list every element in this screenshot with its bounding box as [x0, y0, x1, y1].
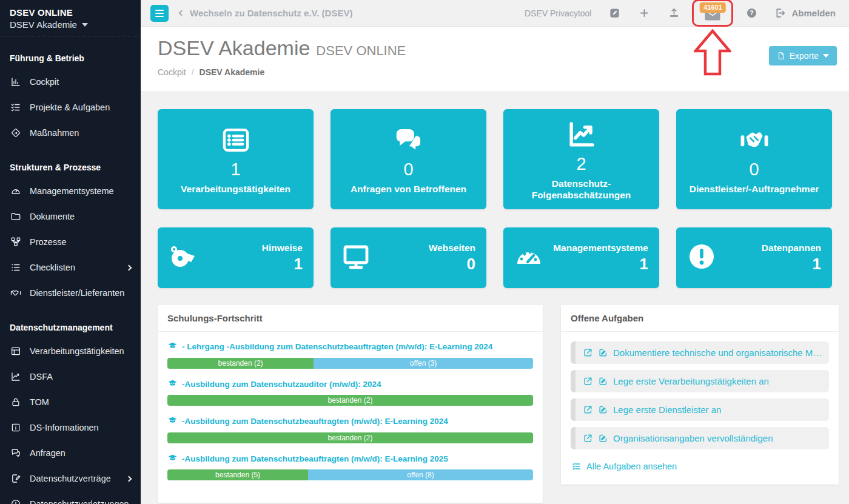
- logout-label: Abmelden: [791, 8, 836, 18]
- edit-icon[interactable]: [598, 348, 608, 358]
- sidebar-item-label: DSFA: [30, 372, 53, 381]
- edit-icon[interactable]: [598, 405, 608, 415]
- gauge-icon: [10, 186, 22, 197]
- alert-circle-icon: [10, 499, 22, 504]
- chat-icon: [10, 448, 22, 459]
- export-button[interactable]: Exporte: [769, 46, 837, 66]
- mail-notifications-button[interactable]: 41601: [697, 3, 728, 24]
- course-item: -Ausbildung zum Datenschutzauditor (m/w/…: [167, 379, 533, 406]
- course-title[interactable]: -Ausbildung zum Datenschutzbeauftragten …: [167, 416, 533, 427]
- task-row[interactable]: Dokumentiere technische und organisatori…: [571, 341, 829, 364]
- progress-bar: bestanden (2): [167, 395, 533, 406]
- card-webseiten[interactable]: Webseiten 0: [331, 227, 486, 288]
- sidebar-item-checklisten[interactable]: Checklisten: [0, 255, 141, 280]
- sidebar-item-label: Verarbeitungstätigkeiten: [30, 346, 124, 356]
- sidebar-item-managementsysteme[interactable]: Managementsysteme: [0, 178, 141, 204]
- org-switcher[interactable]: DSEV Akademie: [10, 19, 131, 30]
- card-datenpannen[interactable]: Datenpannen 1: [676, 227, 832, 288]
- card-datenschutz-folgenabschaetzungen[interactable]: 2 Datenschutz-Folgenabschätzungen: [503, 109, 659, 209]
- handshake-icon: [10, 287, 22, 298]
- mini-card-label: Managementsysteme: [553, 243, 648, 254]
- page-title-suffix: DSEV ONLINE: [316, 43, 406, 58]
- chevron-down-icon: [823, 54, 829, 58]
- section-title: Strukturen & Prozesse: [0, 159, 141, 178]
- chevron-down-icon: [82, 23, 88, 27]
- card-managementsysteme[interactable]: Managementsysteme 1: [503, 227, 659, 288]
- course-title[interactable]: - Lehrgang -Ausbildung zum Datenschutzbe…: [167, 341, 533, 352]
- breadcrumb-parent[interactable]: Cockpit: [158, 67, 186, 77]
- external-link-icon[interactable]: [583, 405, 593, 415]
- file-pdf-icon: [777, 52, 785, 60]
- sidebar-item-dokumente[interactable]: Dokumente: [0, 204, 141, 229]
- sidebar-item-cockpit[interactable]: Cockpit: [0, 69, 141, 95]
- mini-card-label: Hinweise: [262, 243, 303, 254]
- tasks-panel-title: Offene Aufgaben: [561, 305, 839, 332]
- task-row[interactable]: Lege erste Dienstleister an: [571, 398, 829, 421]
- list-icon: [220, 123, 252, 157]
- table-icon: [10, 346, 22, 357]
- chevron-right-icon: [126, 264, 132, 270]
- task-list-icon: [10, 102, 22, 113]
- measures-diamond-icon: [10, 127, 22, 138]
- section-title: Datenschutzmanagement: [0, 319, 141, 338]
- brand-label: DSEV Privacytool: [525, 8, 591, 18]
- task-row[interactable]: Lege erste Verarbeitungstätigkeiten an: [571, 370, 829, 392]
- page-header: DSEV AkademieDSEV ONLINE Cockpit / DSEV …: [141, 27, 849, 91]
- edit-square-icon[interactable]: [608, 7, 621, 20]
- sidebar-item-dsfa[interactable]: DSFA: [0, 364, 141, 389]
- svg-text:?: ?: [750, 10, 753, 16]
- stat-value: 0: [749, 160, 759, 180]
- sidebar-item-ds-informationen[interactable]: DS-Informationen: [0, 415, 141, 440]
- handshake-icon: [738, 123, 771, 157]
- upload-icon[interactable]: [667, 7, 680, 20]
- external-link-icon[interactable]: [583, 376, 593, 386]
- sidebar-item-label: Checklisten: [30, 263, 75, 272]
- task-row[interactable]: Organisationsangaben vervollständigen: [571, 427, 829, 449]
- sidebar-item-label: Prozesse: [30, 237, 66, 247]
- progress-segment-bestanden: bestanden (2): [167, 395, 533, 406]
- help-icon[interactable]: ?: [745, 7, 758, 20]
- switch-org-label: Wechseln zu Datenschutz e.V. (DSEV): [190, 8, 352, 18]
- course-title[interactable]: -Ausbildung zum Datenschutzbeauftragten …: [167, 454, 533, 465]
- stat-cards-row: 1 Verarbeitungstätigkeiten 0 Anfragen vo…: [158, 109, 832, 209]
- logout-button[interactable]: Abmelden: [774, 7, 836, 19]
- trend-chart-icon: [565, 118, 598, 152]
- progress-bar: bestanden (2) offen (3): [167, 358, 533, 369]
- sidebar-item-datenschutzverletzungen[interactable]: Datenschutzverletzungen: [0, 491, 141, 504]
- progress-bar: bestanden (2): [167, 432, 533, 443]
- view-all-tasks-link[interactable]: Alle Aufgaben ansehen: [571, 455, 829, 472]
- graduation-cap-icon: [167, 415, 178, 426]
- sidebar-item-anfragen[interactable]: Anfragen: [0, 440, 141, 466]
- card-dienstleister-auftragnehmer[interactable]: 0 Dienstleister/-Auftragnehmer: [676, 109, 832, 209]
- card-hinweise[interactable]: Hinweise 1: [158, 227, 314, 288]
- card-verarbeitungstaetigkeiten[interactable]: 1 Verarbeitungstätigkeiten: [158, 109, 314, 209]
- export-label: Exporte: [790, 51, 819, 61]
- training-panel-title: Schulungs-Fortschritt: [158, 305, 543, 332]
- topbar: Wechseln zu Datenschutz e.V. (DSEV) DSEV…: [141, 0, 849, 27]
- edit-icon[interactable]: [598, 433, 608, 443]
- external-link-icon[interactable]: [583, 348, 593, 358]
- task-list-icon: [572, 462, 582, 471]
- trend-chart-icon: [10, 371, 22, 382]
- info-square-icon: [10, 422, 22, 433]
- switch-org-link[interactable]: Wechseln zu Datenschutz e.V. (DSEV): [180, 8, 352, 18]
- sidebar: DSEV ONLINE DSEV Akademie Führung & Betr…: [0, 0, 141, 504]
- stat-value: 1: [230, 160, 240, 180]
- sidebar-item-projekte-aufgaben[interactable]: Projekte & Aufgaben: [0, 95, 141, 120]
- stat-value: 0: [403, 160, 413, 180]
- mini-card-value: 1: [762, 255, 821, 274]
- sidebar-item-tom[interactable]: TOM: [0, 389, 141, 415]
- edit-icon[interactable]: [598, 376, 608, 386]
- exclamation-circle-icon: [687, 242, 716, 274]
- sidebar-item-datenschutzvertraege[interactable]: Datenschutzverträge: [0, 466, 141, 491]
- add-icon[interactable]: [637, 7, 651, 20]
- hamburger-menu-button[interactable]: [150, 5, 169, 22]
- card-anfragen-von-betroffenen[interactable]: 0 Anfragen von Betroffenen: [331, 109, 486, 209]
- sidebar-item-dienstleister-lieferanten[interactable]: Dienstleister/Lieferanten: [0, 280, 141, 306]
- sidebar-item-massnahmen[interactable]: Maßnahmen: [0, 120, 141, 146]
- course-title[interactable]: -Ausbildung zum Datenschutzauditor (m/w/…: [167, 379, 533, 390]
- course-item: -Ausbildung zum Datenschutzbeauftragten …: [167, 416, 533, 443]
- external-link-icon[interactable]: [583, 433, 593, 443]
- sidebar-item-prozesse[interactable]: Prozesse: [0, 229, 141, 255]
- sidebar-item-verarbeitungstaetigkeiten[interactable]: Verarbeitungstätigkeiten: [0, 338, 141, 364]
